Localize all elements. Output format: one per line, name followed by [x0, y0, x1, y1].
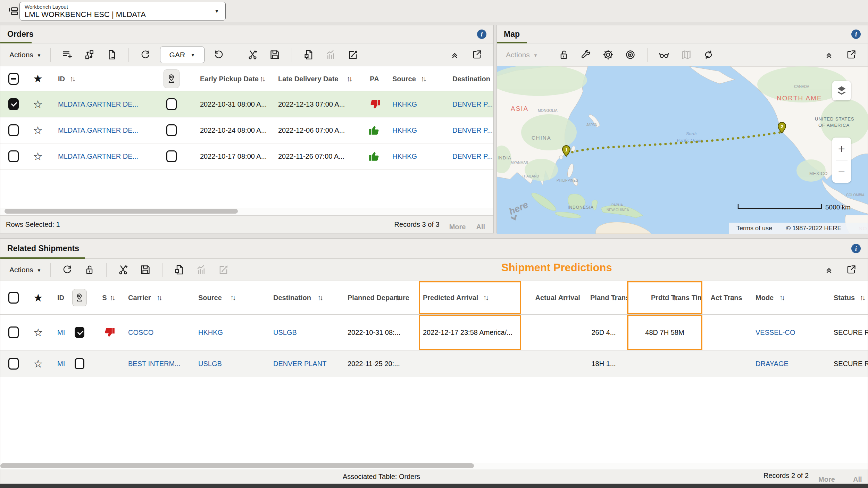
row-checkbox[interactable]	[8, 358, 19, 370]
sort-icon[interactable]: ↑↓	[157, 293, 162, 302]
document-icon[interactable]	[106, 49, 118, 61]
column-header-source[interactable]: Source↑↓	[195, 293, 271, 302]
info-icon[interactable]: i	[477, 30, 486, 39]
edit-icon[interactable]	[347, 49, 359, 61]
collapse-panel-icon[interactable]	[448, 49, 461, 61]
column-header-destination[interactable]: Destination↑↓	[271, 293, 342, 302]
column-header-prdtd-trans-time[interactable]: Prdtd Trans Time↑↓	[627, 281, 702, 314]
gear-icon[interactable]	[602, 49, 615, 61]
terms-of-use-link[interactable]: Terms of use	[736, 225, 772, 232]
chart-icon[interactable]	[195, 264, 208, 276]
sort-icon[interactable]: ↑↓	[70, 74, 76, 83]
map-actions-menu[interactable]: Actions ▼	[506, 51, 538, 59]
column-header-pland-trans-time[interactable]: Pland Trans Time↑↓	[580, 293, 627, 302]
carrier-link[interactable]: BEST INTERM...	[125, 360, 195, 368]
select-all-checkbox[interactable]	[8, 73, 19, 85]
chevron-down-icon[interactable]: ▼	[208, 2, 225, 20]
order-id-link[interactable]: MLDATA.GARTNER DE...	[49, 126, 153, 134]
column-header-late-delivery[interactable]: Late Delivery Date↑↓	[275, 74, 361, 83]
order-row[interactable]: ☆ MLDATA.GARTNER DE... 2022-10-17 08:00 …	[0, 143, 493, 169]
refresh-icon[interactable]	[61, 264, 74, 276]
row-checkbox[interactable]	[8, 124, 19, 136]
export-excel-icon[interactable]	[173, 264, 185, 276]
shipment-row[interactable]: ☆ MI COSCO HKHKG USLGB 2022-10-31 08:...…	[0, 315, 868, 350]
cut-scissors-icon[interactable]	[117, 264, 130, 276]
transfer-swap-icon[interactable]	[83, 49, 96, 61]
order-id-link[interactable]: MLDATA.GARTNER DE...	[49, 100, 153, 108]
export-excel-icon[interactable]	[302, 49, 315, 61]
destination-link[interactable]: DENVER P...	[448, 152, 494, 160]
zoom-out-button[interactable]: −	[832, 160, 851, 183]
geo-checkbox[interactable]	[166, 98, 177, 110]
edit-icon[interactable]	[217, 264, 230, 276]
s-checkbox[interactable]	[75, 358, 84, 369]
shipment-id-link[interactable]: MI	[50, 329, 66, 337]
orders-horizontal-scrollbar[interactable]	[0, 208, 493, 215]
shipments-horizontal-scrollbar[interactable]	[0, 463, 868, 470]
select-all-checkbox[interactable]	[8, 292, 19, 304]
refresh-icon[interactable]	[139, 49, 152, 61]
order-row[interactable]: ☆ MLDATA.GARTNER DE... 2022-10-24 08:00 …	[0, 117, 493, 143]
unlock-icon[interactable]	[558, 49, 570, 61]
geo-pin-column-button[interactable]	[164, 69, 180, 88]
row-checkbox[interactable]	[8, 150, 19, 162]
mode-link[interactable]: VESSEL-CO	[743, 329, 820, 337]
favorite-star-icon[interactable]: ☆	[33, 327, 43, 338]
row-checkbox[interactable]	[8, 326, 19, 338]
refresh-cycle-icon[interactable]	[702, 49, 715, 61]
map-layers-button[interactable]	[832, 81, 851, 100]
favorite-star-icon[interactable]: ☆	[33, 151, 43, 162]
collapse-panel-icon[interactable]	[823, 264, 835, 276]
column-header-destination[interactable]: Destination	[448, 75, 494, 83]
column-header-source[interactable]: Source ↑↓	[387, 74, 448, 83]
map-icon[interactable]	[680, 49, 693, 61]
destination-link[interactable]: DENVER P...	[448, 100, 494, 108]
chart-icon[interactable]	[325, 49, 337, 61]
column-header-early-pickup[interactable]: Early Pickup Date↑↓	[190, 74, 275, 83]
unlock-icon[interactable]	[83, 264, 96, 276]
mode-link[interactable]: DRAYAGE	[743, 360, 820, 368]
spectacles-icon[interactable]	[658, 49, 670, 61]
saved-query-select[interactable]: GAR ▼	[160, 47, 205, 63]
source-link[interactable]: HKHKG	[387, 126, 448, 134]
shipment-row[interactable]: ☆ MI BEST INTERM... USLGB DENVER PLANT 2…	[0, 350, 868, 377]
source-link[interactable]: HKHKG	[387, 100, 448, 108]
destination-link[interactable]: DENVER PLANT	[271, 360, 342, 368]
workbench-layout-select[interactable]: Workbench Layout LML WORKBENCH ESC | MLD…	[19, 2, 226, 20]
sort-icon[interactable]: ↑↓	[483, 293, 489, 302]
workbench-layout-icon[interactable]	[7, 5, 19, 19]
column-header-pa[interactable]: PA	[361, 75, 387, 83]
info-icon[interactable]: i	[851, 30, 861, 39]
sort-icon[interactable]: ↑↓	[560, 293, 566, 302]
scrollbar-thumb[interactable]	[0, 463, 474, 468]
scrollbar-thumb[interactable]	[5, 209, 238, 214]
column-header-predicted-arrival[interactable]: Predicted Arrival↑↓	[419, 281, 521, 314]
map-canvas[interactable]: ASIA MONGOLIA CHINA INDIA MYANMAR THAILA…	[497, 66, 868, 234]
save-icon[interactable]	[269, 49, 281, 61]
destination-link[interactable]: USLGB	[271, 329, 342, 337]
all-button[interactable]: All	[853, 475, 862, 483]
sort-icon[interactable]: ↑↓	[729, 293, 735, 302]
open-in-window-icon[interactable]	[845, 264, 857, 276]
column-header-s[interactable]: S↑↓	[92, 293, 125, 302]
zoom-in-button[interactable]: +	[832, 138, 851, 160]
geo-pin-column-button[interactable]	[72, 289, 87, 306]
favorite-star-icon[interactable]: ☆	[33, 358, 43, 369]
target-view-icon[interactable]	[624, 49, 637, 61]
geo-checkbox[interactable]	[166, 150, 177, 162]
rerun-query-icon[interactable]	[213, 49, 225, 61]
sort-icon[interactable]: ↑↓	[779, 293, 785, 302]
sort-icon[interactable]: ↑↓	[860, 293, 866, 302]
order-row[interactable]: ☆ MLDATA.GARTNER DE... 2022-10-31 08:00 …	[0, 91, 493, 117]
sort-icon[interactable]: ↑↓	[394, 293, 400, 302]
orders-actions-menu[interactable]: Actions ▼	[9, 51, 41, 59]
open-in-window-icon[interactable]	[470, 49, 483, 61]
row-checkbox[interactable]	[8, 98, 19, 110]
open-in-window-icon[interactable]	[845, 49, 857, 61]
s-checkbox[interactable]	[75, 327, 84, 338]
sort-icon[interactable]: ↑↓	[260, 74, 266, 83]
wrench-icon[interactable]	[580, 49, 592, 61]
favorite-column-icon[interactable]: ★	[33, 292, 43, 303]
sort-icon[interactable]: ↑↓	[611, 293, 617, 302]
source-link[interactable]: HKHKG	[195, 329, 271, 337]
